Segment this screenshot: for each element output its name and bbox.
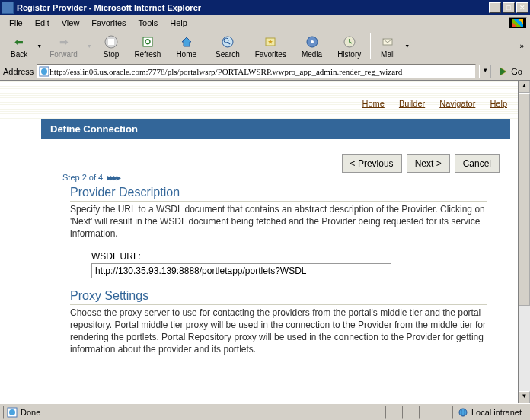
wsdl-url-input[interactable] — [91, 263, 391, 278]
step-indicator: Step 2 of 4 ▸▸▸▸ — [62, 173, 518, 183]
status-panel-4 — [436, 406, 451, 419]
ie-app-icon — [2, 2, 14, 14]
search-icon — [220, 34, 235, 49]
favorites-button[interactable]: Favorites — [247, 33, 294, 60]
home-button[interactable]: Home — [168, 33, 204, 60]
mail-button[interactable]: Mail — [372, 33, 403, 60]
address-label: Address — [3, 67, 34, 76]
wsdl-url-label: WSDL URL: — [91, 251, 487, 262]
link-builder[interactable]: Builder — [399, 99, 425, 108]
favorites-icon — [263, 34, 278, 49]
menu-help[interactable]: Help — [164, 17, 193, 29]
cancel-button[interactable]: Cancel — [455, 154, 500, 173]
menubar: File Edit View Favorites Tools Help — [0, 15, 530, 30]
history-button[interactable]: History — [330, 33, 369, 60]
go-icon — [499, 66, 509, 77]
home-icon — [179, 34, 194, 49]
scroll-thumb[interactable] — [519, 93, 530, 306]
step-text: Step 2 of 4 — [62, 173, 103, 182]
menu-view[interactable]: View — [56, 17, 86, 29]
mail-label: Mail — [381, 50, 394, 59]
forward-arrow-icon: ➡ — [56, 34, 72, 49]
link-navigator[interactable]: Navigator — [439, 99, 475, 108]
scroll-up-button[interactable]: ▲ — [519, 81, 530, 93]
back-button[interactable]: ⬅ Back — [3, 33, 35, 60]
menu-file[interactable]: File — [3, 17, 29, 29]
status-panel-3 — [419, 406, 434, 419]
menu-edit[interactable]: Edit — [29, 17, 56, 29]
maximize-button[interactable]: □ — [503, 2, 515, 13]
svg-rect-2 — [143, 37, 152, 46]
window-title: Register Provider - Microsoft Internet E… — [17, 3, 489, 12]
toolbar-overflow[interactable]: » — [516, 42, 527, 50]
status-panel-1 — [385, 406, 401, 419]
svg-point-14 — [9, 409, 15, 415]
proxy-settings-title: Proxy Settings — [70, 289, 487, 305]
svg-point-8 — [311, 40, 314, 43]
go-label: Go — [511, 67, 522, 76]
provider-description-title: Provider Description — [70, 186, 487, 202]
page-icon — [39, 66, 49, 77]
go-button[interactable]: Go — [494, 66, 527, 77]
media-button[interactable]: Media — [294, 33, 330, 60]
minimize-button[interactable]: _ — [489, 2, 501, 13]
provider-description-body: Specify the URL to a WSDL document that … — [70, 203, 487, 240]
forward-label: Forward — [49, 50, 78, 59]
status-panel-2 — [402, 406, 417, 419]
status-page-icon — [7, 407, 18, 418]
refresh-button[interactable]: Refresh — [126, 33, 168, 60]
ie-throbber-icon — [509, 17, 527, 29]
refresh-icon — [140, 34, 155, 49]
proxy-settings-body: Choose the proxy server to use for conta… — [70, 307, 487, 356]
stop-label: Stop — [104, 50, 120, 59]
banner-title: Define Connection — [50, 123, 138, 135]
next-button[interactable]: Next > — [407, 154, 450, 173]
forward-button: ➡ Forward — [42, 33, 85, 60]
intranet-icon — [458, 407, 468, 418]
scroll-track[interactable] — [519, 93, 530, 391]
stop-icon — [104, 34, 119, 49]
svg-point-15 — [459, 409, 467, 416]
page-content: Home Builder Navigator Help Define Conne… — [0, 81, 518, 403]
scroll-down-button[interactable]: ▼ — [519, 391, 530, 403]
history-label: History — [337, 50, 361, 59]
svg-rect-1 — [108, 39, 114, 45]
statusbar: Done Local intranet — [0, 403, 530, 420]
home-label: Home — [176, 50, 196, 59]
previous-button[interactable]: < Previous — [342, 154, 402, 173]
menu-favorites[interactable]: Favorites — [85, 17, 132, 29]
mail-dropdown[interactable]: ▼ — [404, 43, 410, 49]
toolbar: ⬅ Back ▼ ➡ Forward ▼ Stop Refresh Home — [0, 30, 530, 62]
forward-dropdown[interactable]: ▼ — [87, 43, 92, 49]
address-dropdown[interactable]: ▼ — [479, 65, 491, 78]
status-zone-text: Local intranet — [471, 408, 522, 417]
page-header: Home Builder Navigator Help — [0, 81, 518, 119]
back-label: Back — [11, 50, 27, 59]
mail-icon — [380, 34, 395, 49]
address-input[interactable] — [49, 67, 474, 76]
addressbar: Address ▼ Go — [0, 62, 530, 81]
status-text: Done — [21, 408, 40, 417]
titlebar: Register Provider - Microsoft Internet E… — [0, 0, 530, 15]
favorites-label: Favorites — [255, 50, 286, 59]
menu-tools[interactable]: Tools — [132, 17, 164, 29]
banner: Define Connection — [41, 119, 510, 139]
back-dropdown[interactable]: ▼ — [37, 43, 42, 49]
history-icon — [342, 34, 357, 49]
refresh-label: Refresh — [134, 50, 161, 59]
media-icon — [305, 34, 320, 49]
media-label: Media — [302, 50, 322, 59]
status-zone: Local intranet — [452, 406, 527, 419]
stop-button[interactable]: Stop — [96, 33, 127, 60]
back-arrow-icon: ⬅ — [11, 34, 27, 49]
search-button[interactable]: Search — [208, 33, 247, 60]
link-home[interactable]: Home — [362, 99, 385, 108]
link-help[interactable]: Help — [490, 99, 507, 108]
close-button[interactable]: ✕ — [516, 2, 528, 13]
vertical-scrollbar[interactable]: ▲ ▼ — [518, 81, 530, 403]
step-arrows-icon: ▸▸▸▸ — [107, 173, 120, 182]
search-label: Search — [216, 50, 240, 59]
header-links: Home Builder Navigator Help — [350, 99, 507, 108]
svg-point-12 — [41, 68, 47, 75]
